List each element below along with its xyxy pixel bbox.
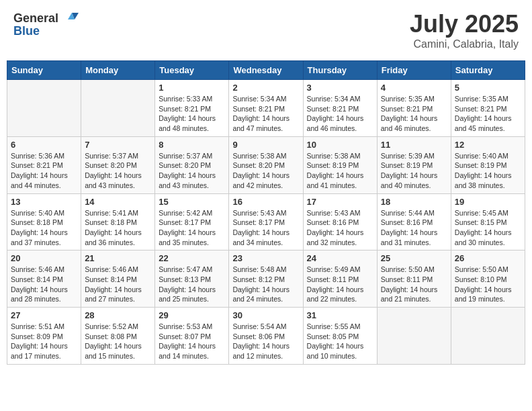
calendar-cell: 4Sunrise: 5:35 AMSunset: 8:21 PMDaylight…	[377, 80, 451, 137]
day-number: 12	[455, 140, 521, 150]
weekday-header-sunday: Sunday	[7, 61, 81, 80]
day-number: 30	[232, 310, 299, 320]
calendar-cell: 12Sunrise: 5:40 AMSunset: 8:19 PMDayligh…	[451, 136, 525, 193]
day-info: Sunrise: 5:37 AMSunset: 8:20 PMDaylight:…	[159, 151, 225, 191]
calendar-cell: 20Sunrise: 5:46 AMSunset: 8:14 PMDayligh…	[7, 250, 81, 308]
logo: General Blue	[13, 10, 79, 38]
day-info: Sunrise: 5:55 AMSunset: 8:05 PMDaylight:…	[307, 322, 373, 361]
day-number: 8	[159, 140, 225, 150]
day-number: 18	[381, 197, 447, 207]
calendar-cell	[7, 80, 81, 137]
day-info: Sunrise: 5:51 AMSunset: 8:09 PMDaylight:…	[11, 322, 77, 361]
day-number: 6	[11, 140, 77, 150]
day-number: 5	[455, 83, 521, 93]
weekday-header-monday: Monday	[81, 61, 155, 80]
calendar-cell: 17Sunrise: 5:43 AMSunset: 8:16 PMDayligh…	[303, 193, 377, 250]
calendar-cell	[81, 80, 155, 137]
day-info: Sunrise: 5:38 AMSunset: 8:19 PMDaylight:…	[307, 151, 373, 191]
page-header: General Blue July 2025 Camini, Calabria,…	[7, 7, 525, 54]
day-number: 1	[159, 83, 225, 93]
day-info: Sunrise: 5:49 AMSunset: 8:11 PMDaylight:…	[307, 265, 373, 304]
calendar-cell: 15Sunrise: 5:42 AMSunset: 8:17 PMDayligh…	[155, 193, 229, 250]
calendar-week-3: 13Sunrise: 5:40 AMSunset: 8:18 PMDayligh…	[7, 193, 525, 250]
calendar-cell: 2Sunrise: 5:34 AMSunset: 8:21 PMDaylight…	[229, 80, 303, 137]
calendar-week-1: 1Sunrise: 5:33 AMSunset: 8:21 PMDaylight…	[7, 80, 525, 137]
day-number: 2	[232, 83, 299, 93]
calendar-cell: 29Sunrise: 5:53 AMSunset: 8:07 PMDayligh…	[155, 308, 229, 365]
logo-blue-text: Blue	[13, 24, 40, 38]
calendar-cell: 1Sunrise: 5:33 AMSunset: 8:21 PMDaylight…	[155, 80, 229, 137]
location-title: Camini, Calabria, Italy	[410, 38, 519, 50]
day-number: 3	[307, 83, 373, 93]
calendar-week-4: 20Sunrise: 5:46 AMSunset: 8:14 PMDayligh…	[7, 250, 525, 308]
day-number: 23	[232, 253, 299, 263]
day-number: 16	[232, 197, 299, 207]
calendar-cell: 22Sunrise: 5:47 AMSunset: 8:13 PMDayligh…	[155, 250, 229, 308]
calendar-cell: 28Sunrise: 5:52 AMSunset: 8:08 PMDayligh…	[81, 308, 155, 365]
day-number: 27	[11, 310, 77, 320]
calendar-header-row: SundayMondayTuesdayWednesdayThursdayFrid…	[7, 61, 525, 80]
day-number: 4	[381, 83, 447, 93]
month-title: July 2025	[410, 10, 519, 38]
calendar-cell: 23Sunrise: 5:48 AMSunset: 8:12 PMDayligh…	[229, 250, 303, 308]
calendar-cell: 31Sunrise: 5:55 AMSunset: 8:05 PMDayligh…	[303, 308, 377, 365]
day-info: Sunrise: 5:37 AMSunset: 8:20 PMDaylight:…	[85, 151, 151, 191]
day-info: Sunrise: 5:33 AMSunset: 8:21 PMDaylight:…	[159, 94, 225, 134]
weekday-header-tuesday: Tuesday	[155, 61, 229, 80]
day-info: Sunrise: 5:34 AMSunset: 8:21 PMDaylight:…	[307, 94, 373, 134]
calendar-cell: 30Sunrise: 5:54 AMSunset: 8:06 PMDayligh…	[229, 308, 303, 365]
day-number: 9	[232, 140, 299, 150]
day-number: 19	[455, 197, 521, 207]
day-number: 11	[381, 140, 447, 150]
day-number: 14	[85, 197, 151, 207]
weekday-header-thursday: Thursday	[303, 61, 377, 80]
day-number: 22	[159, 253, 225, 263]
day-info: Sunrise: 5:43 AMSunset: 8:17 PMDaylight:…	[232, 208, 299, 248]
day-info: Sunrise: 5:46 AMSunset: 8:14 PMDaylight:…	[85, 265, 151, 304]
title-section: July 2025 Camini, Calabria, Italy	[410, 10, 519, 50]
day-info: Sunrise: 5:45 AMSunset: 8:15 PMDaylight:…	[455, 208, 521, 248]
day-number: 26	[455, 253, 521, 263]
logo-icon	[58, 10, 79, 27]
day-number: 24	[307, 253, 373, 263]
calendar-table: SundayMondayTuesdayWednesdayThursdayFrid…	[7, 60, 525, 365]
day-number: 25	[381, 253, 447, 263]
day-number: 29	[159, 310, 225, 320]
calendar-cell: 25Sunrise: 5:50 AMSunset: 8:11 PMDayligh…	[377, 250, 451, 308]
calendar-cell: 14Sunrise: 5:41 AMSunset: 8:18 PMDayligh…	[81, 193, 155, 250]
day-info: Sunrise: 5:40 AMSunset: 8:19 PMDaylight:…	[455, 151, 521, 191]
day-info: Sunrise: 5:36 AMSunset: 8:21 PMDaylight:…	[11, 151, 77, 191]
day-number: 31	[307, 310, 373, 320]
day-number: 17	[307, 197, 373, 207]
day-info: Sunrise: 5:48 AMSunset: 8:12 PMDaylight:…	[232, 265, 299, 304]
calendar-cell: 9Sunrise: 5:38 AMSunset: 8:20 PMDaylight…	[229, 136, 303, 193]
day-number: 13	[11, 197, 77, 207]
day-info: Sunrise: 5:54 AMSunset: 8:06 PMDaylight:…	[232, 322, 299, 361]
day-info: Sunrise: 5:35 AMSunset: 8:21 PMDaylight:…	[381, 94, 447, 134]
calendar-cell: 27Sunrise: 5:51 AMSunset: 8:09 PMDayligh…	[7, 308, 81, 365]
day-info: Sunrise: 5:53 AMSunset: 8:07 PMDaylight:…	[159, 322, 225, 361]
day-info: Sunrise: 5:40 AMSunset: 8:18 PMDaylight:…	[11, 208, 77, 248]
weekday-header-wednesday: Wednesday	[229, 61, 303, 80]
calendar-cell	[377, 308, 451, 365]
day-number: 10	[307, 140, 373, 150]
day-number: 20	[11, 253, 77, 263]
weekday-header-saturday: Saturday	[451, 61, 525, 80]
day-info: Sunrise: 5:46 AMSunset: 8:14 PMDaylight:…	[11, 265, 77, 304]
calendar-cell: 8Sunrise: 5:37 AMSunset: 8:20 PMDaylight…	[155, 136, 229, 193]
calendar-cell: 18Sunrise: 5:44 AMSunset: 8:16 PMDayligh…	[377, 193, 451, 250]
day-info: Sunrise: 5:50 AMSunset: 8:10 PMDaylight:…	[455, 265, 521, 304]
day-number: 7	[85, 140, 151, 150]
day-info: Sunrise: 5:38 AMSunset: 8:20 PMDaylight:…	[232, 151, 299, 191]
calendar-cell: 7Sunrise: 5:37 AMSunset: 8:20 PMDaylight…	[81, 136, 155, 193]
day-number: 21	[85, 253, 151, 263]
day-info: Sunrise: 5:34 AMSunset: 8:21 PMDaylight:…	[232, 94, 299, 134]
day-number: 28	[85, 310, 151, 320]
day-info: Sunrise: 5:39 AMSunset: 8:19 PMDaylight:…	[381, 151, 447, 191]
calendar-cell: 21Sunrise: 5:46 AMSunset: 8:14 PMDayligh…	[81, 250, 155, 308]
calendar-cell: 16Sunrise: 5:43 AMSunset: 8:17 PMDayligh…	[229, 193, 303, 250]
calendar-cell: 6Sunrise: 5:36 AMSunset: 8:21 PMDaylight…	[7, 136, 81, 193]
day-info: Sunrise: 5:44 AMSunset: 8:16 PMDaylight:…	[381, 208, 447, 248]
calendar-cell: 11Sunrise: 5:39 AMSunset: 8:19 PMDayligh…	[377, 136, 451, 193]
logo-general-text: General	[13, 11, 58, 26]
